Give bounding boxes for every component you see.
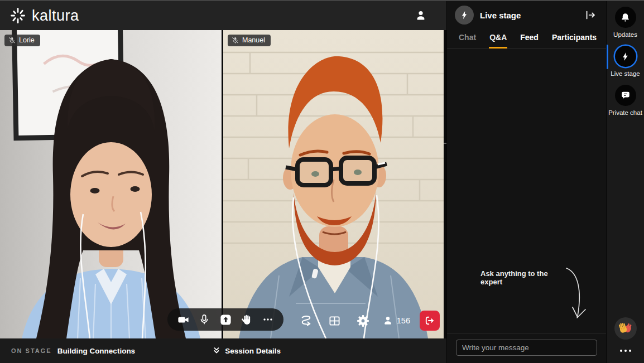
profile-button[interactable] — [412, 7, 430, 25]
share-screen-icon — [219, 313, 232, 326]
camera-icon — [177, 313, 190, 326]
gear-icon — [356, 314, 370, 328]
updates-circle — [615, 7, 636, 28]
qa-empty-hint: Ask anything to the expert — [480, 269, 565, 286]
mic-muted-icon — [232, 37, 239, 44]
rail-label: Live stage — [611, 70, 640, 77]
session-bar: ON STAGE Building Connections Session De… — [0, 338, 446, 363]
lorie-video-feed — [0, 30, 222, 338]
brand-name: kaltura — [32, 7, 79, 25]
more-options-button[interactable] — [258, 310, 277, 329]
top-bar: kaltura — [0, 1, 446, 30]
mic-muted-icon — [8, 37, 16, 44]
kaltura-burst-icon — [9, 7, 27, 25]
clapping-hands-icon — [618, 321, 633, 336]
person-icon — [382, 315, 393, 326]
media-controls-pill — [167, 308, 283, 331]
live-stage-panel: Live stage Chat Q&A Feed Participants As… — [446, 1, 606, 363]
tab-chat[interactable]: Chat — [458, 29, 477, 49]
tab-participants[interactable]: Participants — [551, 29, 597, 49]
qa-panel-body: Ask anything to the expert — [447, 49, 606, 333]
participant-name: Lorie — [19, 36, 35, 44]
dot — [620, 350, 622, 352]
session-details-label: Session Details — [225, 347, 281, 355]
panel-tabs: Chat Q&A Feed Participants — [447, 29, 606, 49]
hand-drawn-arrow-icon — [563, 266, 589, 324]
panel-resize-handle[interactable] — [444, 143, 446, 144]
video-tile-manuel: Manuel — [223, 30, 444, 338]
rail-item-updates[interactable]: Updates — [607, 4, 644, 43]
active-indicator — [607, 45, 608, 69]
collapse-panel-button[interactable] — [583, 7, 598, 23]
panel-header: Live stage — [447, 1, 606, 29]
kaltura-logo: kaltura — [9, 7, 79, 25]
app-rail: Updates Live stage Private chat — [606, 1, 644, 363]
on-stage-label: ON STAGE — [11, 347, 52, 354]
raise-hand-icon — [241, 313, 253, 326]
clap-reaction-button[interactable] — [614, 317, 637, 340]
nametag-lorie: Lorie — [4, 35, 40, 46]
message-composer — [447, 333, 606, 363]
rail-item-private-chat[interactable]: Private chat — [607, 83, 644, 122]
participant-name: Manuel — [242, 36, 265, 44]
dot — [624, 350, 627, 352]
rail-label: Private chat — [608, 109, 642, 116]
settings-button[interactable] — [354, 311, 373, 330]
video-stage: Lorie — [0, 30, 446, 338]
more-dots-icon — [262, 313, 274, 326]
app-window: kaltura — [0, 0, 644, 363]
microphone-icon — [198, 313, 210, 326]
bell-icon — [619, 12, 631, 23]
microphone-button[interactable] — [195, 310, 214, 329]
manuel-video-feed — [223, 30, 444, 338]
raise-hand-button[interactable] — [237, 310, 256, 329]
attendee-count[interactable]: 156 — [382, 315, 410, 326]
session-title: Building Connections — [57, 347, 136, 355]
message-input[interactable] — [456, 340, 597, 356]
tab-feed[interactable]: Feed — [520, 29, 539, 49]
rail-item-live-stage[interactable]: Live stage — [607, 43, 644, 83]
flow-arrow-icon — [299, 314, 313, 328]
camera-button[interactable] — [174, 310, 193, 329]
grid-layout-button[interactable] — [325, 311, 344, 330]
nametag-manuel: Manuel — [228, 35, 271, 46]
double-chevron-down-icon — [212, 346, 221, 355]
person-icon — [414, 9, 427, 22]
grid-layout-icon — [328, 314, 341, 327]
video-tile-lorie: Lorie — [0, 30, 222, 338]
attendee-count-value: 156 — [397, 316, 410, 325]
private-chat-circle — [615, 85, 636, 106]
lightning-bolt-icon — [620, 51, 631, 62]
share-screen-button[interactable] — [216, 310, 235, 329]
change-flow-button[interactable] — [297, 311, 316, 330]
collapse-panel-icon — [584, 9, 597, 21]
session-details-button[interactable]: Session Details — [212, 346, 281, 355]
live-stage-badge — [455, 6, 474, 25]
main-area: kaltura — [0, 1, 446, 363]
rail-more-button[interactable] — [620, 350, 631, 352]
chat-bubble-icon — [620, 90, 631, 101]
tab-qa[interactable]: Q&A — [489, 29, 507, 49]
panel-title: Live stage — [480, 11, 521, 20]
rail-label: Updates — [613, 31, 637, 38]
leave-icon — [424, 315, 435, 326]
dot — [629, 350, 631, 352]
live-stage-circle — [615, 46, 636, 67]
stage-view-controls: 156 — [297, 311, 440, 331]
lightning-bolt-icon — [459, 10, 469, 20]
leave-session-button[interactable] — [420, 311, 440, 331]
